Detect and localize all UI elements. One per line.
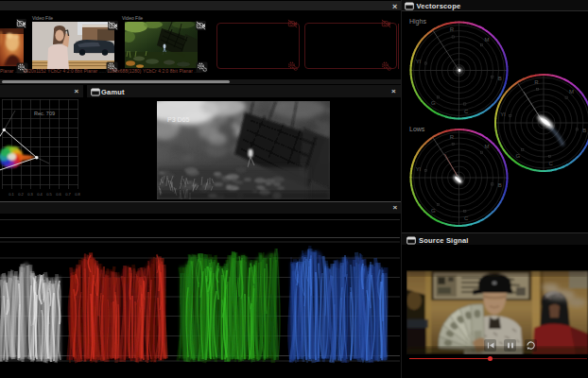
svg-text:0.5: 0.5 — [46, 192, 52, 197]
svg-text:Yl: Yl — [500, 112, 505, 117]
svg-text:C: C — [548, 161, 553, 166]
svg-text:0.2: 0.2 — [18, 192, 24, 197]
svg-text:M: M — [569, 89, 574, 94]
svg-text:0.7: 0.7 — [65, 192, 71, 197]
svg-text:0.1: 0.1 — [9, 192, 14, 197]
svg-text:C: C — [464, 109, 469, 114]
svg-text:B: B — [498, 182, 502, 188]
svg-text:M: M — [484, 144, 489, 149]
svg-text:Yl: Yl — [416, 59, 421, 64]
svg-text:R: R — [450, 134, 455, 140]
svg-text:C: C — [464, 215, 469, 221]
svg-text:0.3: 0.3 — [27, 192, 33, 197]
svg-text:G: G — [431, 208, 436, 214]
svg-text:Yl: Yl — [416, 166, 421, 172]
svg-text:0.4: 0.4 — [37, 192, 43, 197]
svg-text:B: B — [582, 128, 586, 133]
svg-text:0.8: 0.8 — [75, 192, 80, 197]
svg-text:G: G — [431, 100, 436, 106]
svg-text:M: M — [484, 37, 489, 43]
svg-text:B: B — [498, 76, 502, 81]
svg-text:G: G — [516, 153, 521, 159]
svg-text:P3 D65: P3 D65 — [167, 116, 189, 123]
svg-text:R: R — [534, 79, 539, 85]
svg-text:R: R — [450, 26, 455, 32]
svg-text:Rec. 709: Rec. 709 — [34, 111, 55, 116]
svg-text:0.6: 0.6 — [56, 192, 61, 197]
